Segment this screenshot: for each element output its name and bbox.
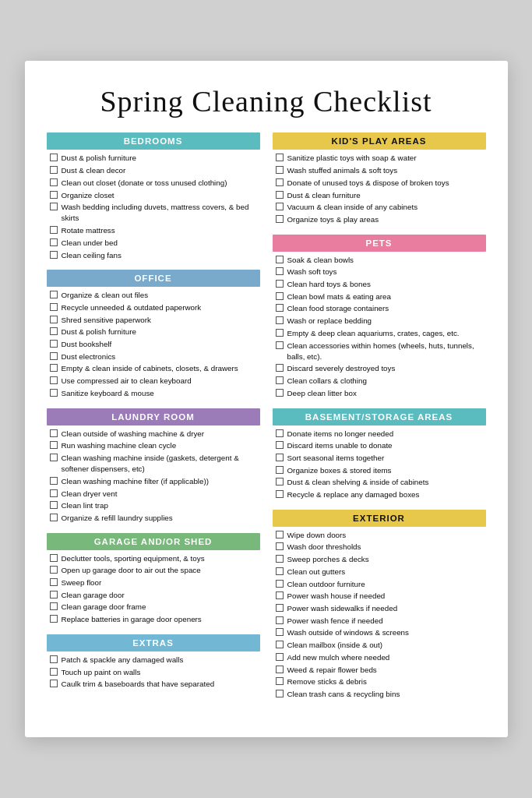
checkbox[interactable] [276,580,284,588]
list-item: Dust & clean shelving & inside of cabine… [274,477,486,488]
list-item: Soak & clean bowls [274,255,486,266]
item-text: Donate of unused toys & dispose of broke… [287,178,486,189]
checkbox[interactable] [276,267,284,275]
checkbox[interactable] [50,291,58,298]
checkbox[interactable] [276,490,284,498]
checkbox[interactable] [276,364,284,372]
checkbox[interactable] [50,154,58,161]
checkbox[interactable] [50,226,58,234]
columns: BEDROOMSDust & polish furnitureDust & cl… [47,132,486,708]
checkbox[interactable] [50,303,58,311]
item-text: Soak & clean bowls [287,255,486,266]
checkbox[interactable] [276,478,284,486]
checkbox[interactable] [276,329,284,337]
checkbox[interactable] [50,680,58,687]
checkbox[interactable] [50,352,58,360]
checkbox[interactable] [50,178,58,186]
checkbox[interactable] [276,316,284,324]
checkbox[interactable] [50,238,58,246]
checkbox[interactable] [276,690,284,697]
item-text: Power wash fence if needed [287,616,486,627]
checkbox[interactable] [50,615,58,623]
checkbox[interactable] [50,251,58,259]
list-item: Wash outside of windows & screens [274,627,486,638]
checkbox[interactable] [50,191,58,199]
checkbox[interactable] [276,454,284,461]
checkbox[interactable] [276,389,284,397]
checkbox[interactable] [276,531,284,538]
checkbox[interactable] [50,441,58,449]
checkbox[interactable] [276,304,284,312]
list-item: Discard items unable to donate [274,440,486,451]
checkbox[interactable] [276,466,284,474]
checkbox[interactable] [50,514,58,521]
item-text: Clean collars & clothing [287,376,486,387]
checkbox[interactable] [50,501,58,509]
checkbox[interactable] [50,454,58,461]
checkbox[interactable] [276,376,284,384]
checkbox[interactable] [50,477,58,485]
item-text: Shred sensitive paperwork [62,315,260,326]
checkbox[interactable] [50,578,58,586]
checkbox[interactable] [276,215,284,223]
item-text: Wash soft toys [287,267,486,277]
list-item: Patch & spackle any damaged walls [48,655,260,666]
checkbox[interactable] [276,256,284,263]
list-item: Clean washing machine inside (gaskets, d… [48,453,260,475]
section-office: OFFICEOrganize & clean out filesRecycle … [47,270,260,400]
checkbox[interactable] [50,489,58,497]
checkbox[interactable] [276,604,284,612]
checkbox[interactable] [50,655,58,663]
checkbox[interactable] [50,166,58,174]
list-item: Clean lint trap [48,500,260,511]
section-header-laundry: LAUNDRY ROOM [47,408,260,425]
list-item: Power wash house if needed [274,591,486,602]
checkbox[interactable] [276,616,284,624]
checklist-extras: Patch & spackle any damaged wallsTouch u… [47,655,260,690]
checkbox[interactable] [276,154,284,161]
section-exterior: EXTERIORWipe down doorsWash door thresho… [273,510,486,701]
checkbox[interactable] [50,389,58,397]
checkbox[interactable] [50,429,58,437]
checkbox[interactable] [276,666,284,673]
checkbox[interactable] [50,602,58,610]
checkbox[interactable] [50,566,58,574]
checkbox[interactable] [50,203,58,210]
checkbox[interactable] [50,554,58,562]
checkbox[interactable] [50,376,58,384]
checkbox[interactable] [276,203,284,210]
checklist-exterior: Wipe down doorsWash door thresholdsSweep… [273,530,486,700]
checkbox[interactable] [50,340,58,348]
checkbox[interactable] [276,628,284,636]
list-item: Dust bookshelf [48,339,260,350]
checkbox[interactable] [50,668,58,676]
checkbox[interactable] [50,316,58,323]
checkbox[interactable] [276,591,284,599]
checkbox[interactable] [276,292,284,300]
item-text: Organize & refill laundry supplies [62,513,260,524]
checkbox[interactable] [276,429,284,437]
checkbox[interactable] [276,441,284,449]
checkbox[interactable] [276,166,284,174]
section-bedrooms: BEDROOMSDust & polish furnitureDust & cl… [47,132,260,262]
checkbox[interactable] [276,653,284,661]
checkbox[interactable] [276,191,284,199]
checkbox[interactable] [50,591,58,598]
checkbox[interactable] [276,341,284,349]
checkbox[interactable] [276,542,284,550]
checkbox[interactable] [276,555,284,563]
item-text: Run washing machine clean cycle [62,440,260,451]
checkbox[interactable] [50,327,58,335]
checkbox[interactable] [276,280,284,288]
checkbox[interactable] [50,364,58,372]
checkbox[interactable] [276,641,284,648]
checkbox[interactable] [276,178,284,186]
item-text: Organize closet [62,190,260,201]
list-item: Weed & repair flower beds [274,665,486,676]
checkbox[interactable] [276,567,284,575]
list-item: Dust & clean decor [48,165,260,176]
item-text: Add new mulch where needed [287,652,486,663]
section-extras: EXTRASPatch & spackle any damaged wallsT… [47,634,260,691]
item-text: Rotate mattress [62,225,260,236]
checkbox[interactable] [276,677,284,685]
